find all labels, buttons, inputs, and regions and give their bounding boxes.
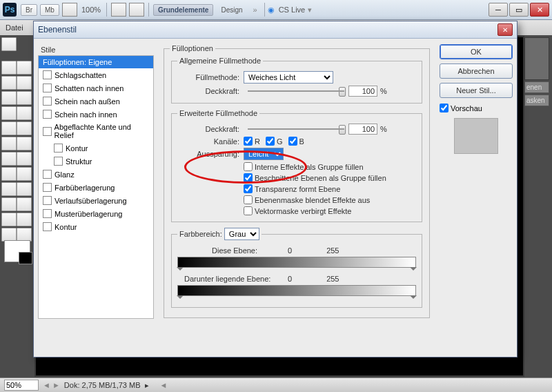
cancel-button[interactable]: Abbrechen <box>440 63 513 79</box>
heal-tool-icon[interactable] <box>17 106 32 120</box>
right-tab-1[interactable]: enen <box>524 81 549 93</box>
dodge-tool-icon[interactable] <box>17 167 32 181</box>
adv-option[interactable]: Vektormaske verbirgt Effekte <box>244 206 351 215</box>
marquee-tool-icon[interactable] <box>1 61 17 75</box>
wand-tool-icon[interactable] <box>17 76 32 90</box>
gradient-tool-icon[interactable] <box>17 152 32 166</box>
mb-button[interactable]: Mb <box>40 4 59 16</box>
eraser-tool-icon[interactable] <box>1 152 17 166</box>
style-item[interactable]: Glanz <box>39 168 153 181</box>
checkbox-icon[interactable] <box>43 110 52 119</box>
style-item[interactable]: Schatten nach innen <box>39 81 153 95</box>
opacity-value[interactable]: 100 <box>348 86 377 97</box>
knockout-select[interactable]: Leicht <box>244 148 284 160</box>
style-item[interactable]: Schein nach außen <box>39 95 153 108</box>
checkbox-icon[interactable] <box>43 222 52 231</box>
history-tool-icon[interactable] <box>17 137 32 150</box>
knockout-label: Aussparung: <box>177 150 239 158</box>
style-item-label: Kontur <box>55 223 77 231</box>
fill-opacity-value[interactable]: 100 <box>348 124 377 135</box>
pencil-tool-icon[interactable] <box>17 121 32 135</box>
checkbox-icon[interactable] <box>43 196 52 205</box>
new-style-button[interactable]: Neuer Stil... <box>440 83 513 98</box>
lasso-tool-icon[interactable] <box>1 76 17 90</box>
style-item[interactable]: Musterüberlagerung <box>39 207 153 220</box>
workspace-design[interactable]: Design <box>216 4 247 16</box>
checkbox-icon[interactable] <box>43 170 52 179</box>
stamp-tool-icon[interactable] <box>1 137 17 150</box>
channel-g[interactable]: G <box>266 137 283 146</box>
checkbox-icon[interactable] <box>43 97 52 106</box>
adv-option[interactable]: Ebenenmaske blendet Effekte aus <box>244 195 370 204</box>
menu-datei[interactable]: Datei <box>6 23 23 32</box>
style-item[interactable]: Kontur <box>39 220 153 233</box>
fg-bg-swatch[interactable] <box>4 240 30 262</box>
style-item[interactable]: Schein nach innen <box>39 108 153 121</box>
dialog-close-button[interactable]: ✕ <box>497 23 513 36</box>
zoom-input[interactable] <box>4 380 39 391</box>
screen-mode-icon[interactable] <box>129 3 144 17</box>
right-tab-2[interactable]: asken <box>524 95 549 106</box>
hand-tool-icon[interactable] <box>1 37 17 51</box>
fill-opacity-slider[interactable] <box>248 124 344 134</box>
style-item[interactable]: Kontur <box>39 141 153 155</box>
window-close-button[interactable]: ✕ <box>530 3 549 17</box>
window-maximize-button[interactable]: ▭ <box>509 3 529 17</box>
zoom-tool-icon[interactable] <box>17 228 32 242</box>
film-icon[interactable] <box>62 3 77 17</box>
style-item[interactable]: Fülloptionen: Eigene <box>39 56 153 68</box>
fillmethod-select[interactable]: Weiches Licht <box>244 71 333 84</box>
style-item[interactable]: Abgeflachte Kante und Relief <box>39 121 153 141</box>
slice-tool-icon[interactable] <box>17 91 32 105</box>
window-minimize-button[interactable]: ─ <box>489 3 508 17</box>
checkbox-icon[interactable] <box>43 70 52 79</box>
pen-tool-icon[interactable] <box>1 182 17 196</box>
blendif-channel-select[interactable]: Grau <box>224 228 259 240</box>
checkbox-icon[interactable] <box>54 157 63 166</box>
styles-list[interactable]: Fülloptionen: EigeneSchlagschattenSchatt… <box>38 55 154 319</box>
ok-button[interactable]: OK <box>440 44 513 59</box>
3d-tool-icon[interactable] <box>17 213 32 226</box>
adv-option[interactable]: Interne Effekte als Gruppe füllen <box>244 162 364 171</box>
checkbox-icon[interactable] <box>43 209 52 218</box>
general-fill-group: Allgemeine Füllmethode Füllmethode: Weic… <box>171 57 422 104</box>
panel-1[interactable] <box>524 37 549 80</box>
hand2-tool-icon[interactable] <box>1 228 17 242</box>
shape-tool-icon[interactable] <box>1 213 17 226</box>
checkbox-icon[interactable] <box>43 183 52 192</box>
checkbox-icon[interactable] <box>54 144 63 153</box>
opacity-slider[interactable] <box>248 86 344 96</box>
channel-r[interactable]: R <box>244 137 260 146</box>
view-mode-icon[interactable] <box>111 3 126 17</box>
style-item[interactable]: Schlagschatten <box>39 68 153 81</box>
path-tool-icon[interactable] <box>1 197 17 211</box>
style-item-label: Schein nach außen <box>55 97 120 106</box>
channel-b[interactable]: B <box>288 137 304 146</box>
preview-checkbox[interactable]: Vorschau <box>440 104 513 112</box>
crop-tool-icon[interactable] <box>1 91 17 105</box>
style-item-label: Struktur <box>66 157 92 166</box>
style-item[interactable]: Struktur <box>39 155 153 168</box>
underlayer-slider[interactable] <box>177 285 416 296</box>
cslive-label[interactable]: CS Live <box>279 6 306 14</box>
move-tool-icon[interactable] <box>17 61 32 75</box>
checkbox-icon[interactable] <box>43 127 52 136</box>
dialog-titlebar[interactable]: Ebenenstil ✕ <box>34 21 517 39</box>
brush-tool-icon[interactable] <box>1 121 17 135</box>
adv-option[interactable]: Beschnittene Ebenen als Gruppe füllen <box>244 173 386 182</box>
type-tool-icon[interactable] <box>17 182 32 196</box>
style-item[interactable]: Farbüberlagerung <box>39 181 153 194</box>
thislayer-slider[interactable] <box>177 257 416 268</box>
direct-tool-icon[interactable] <box>17 197 32 211</box>
adv-option[interactable]: Transparenz formt Ebene <box>244 184 340 193</box>
layer-style-dialog: Ebenenstil ✕ Stile Fülloptionen: EigeneS… <box>33 21 518 357</box>
br-button[interactable]: Br <box>21 4 37 16</box>
eyedropper-tool-icon[interactable] <box>1 106 17 120</box>
workspace-grundelemente[interactable]: Grundelemente <box>153 4 213 16</box>
blur-tool-icon[interactable] <box>1 167 17 181</box>
checkbox-icon[interactable] <box>43 84 52 92</box>
blendif-title: Farbbereich: <box>179 230 222 238</box>
tools-left <box>1 37 32 51</box>
pct-label-2: % <box>380 125 387 133</box>
style-item[interactable]: Verlaufsüberlagerung <box>39 194 153 207</box>
